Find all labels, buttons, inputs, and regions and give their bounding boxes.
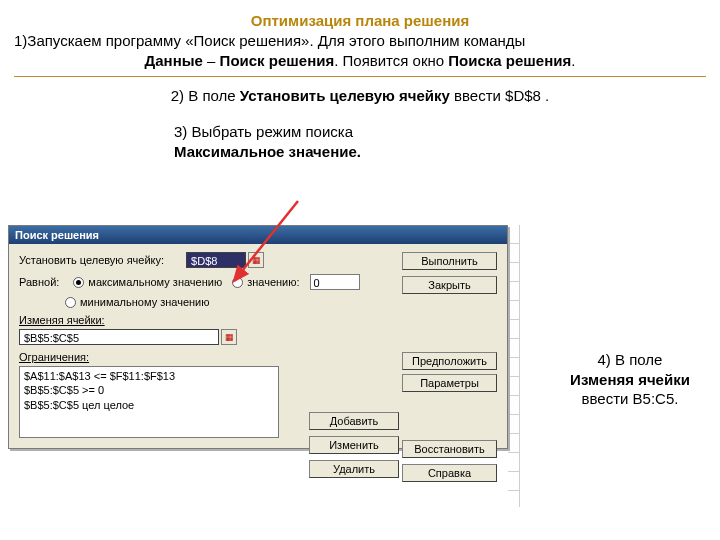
equal-label: Равной: <box>19 276 59 288</box>
intro-bold-data: Данные <box>145 52 203 69</box>
options-button[interactable]: Параметры <box>402 374 497 392</box>
constraints-list[interactable]: $A$11:$A$13 <= $F$11:$F$13 $B$5:$C$5 >= … <box>19 366 279 438</box>
intro-bold-search: Поиск решения <box>220 52 335 69</box>
radio-max-label: максимальному значению <box>88 276 222 288</box>
radio-min[interactable] <box>65 297 76 308</box>
step-4: 4) В поле Изменяя ячейки ввести B5:C5. <box>560 350 700 409</box>
range-picker-icon[interactable]: ▦ <box>248 252 264 268</box>
constraint-row[interactable]: $A$11:$A$13 <= $F$11:$F$13 <box>24 369 274 383</box>
dialog-title: Поиск решения <box>9 226 507 244</box>
solver-dialog: Поиск решения Установить целевую ячейку:… <box>8 225 508 449</box>
add-button[interactable]: Добавить <box>309 412 399 430</box>
step-3: 3) Выбрать режим поиска Максимальное зна… <box>174 122 706 161</box>
value-input[interactable]: 0 <box>310 274 360 290</box>
intro-bold-window: Поиска решения <box>448 52 571 69</box>
divider <box>14 76 706 77</box>
intro-line1: 1)Запускаем программу «Поиск решения». Д… <box>14 31 706 51</box>
edit-button[interactable]: Изменить <box>309 436 399 454</box>
reset-button[interactable]: Восстановить <box>402 440 497 458</box>
intro-text: 1)Запускаем программу «Поиск решения». Д… <box>14 31 706 70</box>
changing-label: Изменяя ячейки: <box>19 314 497 326</box>
step3-bold: Максимальное значение. <box>174 143 361 160</box>
spreadsheet-edge <box>508 225 520 507</box>
step-2: 2) В поле Установить целевую ячейку ввес… <box>14 87 706 104</box>
help-button[interactable]: Справка <box>402 464 497 482</box>
changing-input[interactable]: $B$5:$C$5 <box>19 329 219 345</box>
intro-line2: Данные – Поиск решения. Появится окно По… <box>14 51 706 71</box>
run-button[interactable]: Выполнить <box>402 252 497 270</box>
guess-button[interactable]: Предположить <box>402 352 497 370</box>
radio-max[interactable] <box>73 277 84 288</box>
close-button[interactable]: Закрыть <box>402 276 497 294</box>
slide-title: Оптимизация плана решения <box>14 12 706 29</box>
radio-value[interactable] <box>232 277 243 288</box>
constraint-row[interactable]: $B$5:$C$5 >= 0 <box>24 383 274 397</box>
radio-min-label: минимальному значению <box>80 296 210 308</box>
radio-value-label: значению: <box>247 276 299 288</box>
delete-button[interactable]: Удалить <box>309 460 399 478</box>
constraint-row[interactable]: $B$5:$C$5 цел целое <box>24 398 274 412</box>
target-input[interactable]: $D$8 <box>186 252 246 268</box>
range-picker-icon[interactable]: ▦ <box>221 329 237 345</box>
target-label: Установить целевую ячейку: <box>19 254 164 266</box>
